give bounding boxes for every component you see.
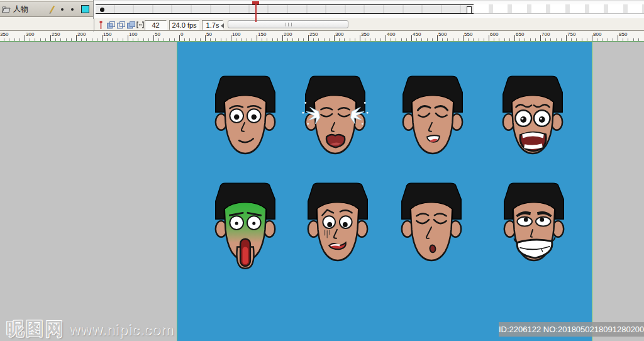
face-shocked[interactable] xyxy=(496,72,570,165)
layer-page-icon xyxy=(2,6,11,13)
layer-name[interactable]: 人物 xyxy=(13,4,28,14)
ruler-tick xyxy=(308,35,309,41)
face-relieved[interactable] xyxy=(396,72,470,165)
ruler-minor-tick xyxy=(576,38,577,41)
ruler-minor-tick xyxy=(365,38,365,41)
ruler-minor-tick xyxy=(468,38,469,41)
ruler-minor-tick xyxy=(107,38,108,41)
ruler-minor-tick xyxy=(138,38,138,41)
ruler-tick xyxy=(179,35,180,41)
ruler-label: 450 xyxy=(413,31,421,37)
ruler-minor-tick xyxy=(324,38,325,41)
ruler-minor-tick xyxy=(519,38,520,41)
ruler-tick xyxy=(618,35,618,41)
image-id-bar: ID:2206122 NO:20180502180912802000 xyxy=(499,322,644,337)
ruler-minor-tick xyxy=(453,38,453,41)
horizontal-ruler[interactable]: 3503002502001501005005010015020025030035… xyxy=(0,31,644,42)
ruler-label: 50 xyxy=(206,31,212,37)
ruler-minor-tick xyxy=(195,38,196,41)
ruler-minor-tick xyxy=(561,38,562,41)
ruler-minor-tick xyxy=(236,38,236,41)
ruler-minor-tick xyxy=(40,38,41,41)
ruler-minor-tick xyxy=(499,38,499,41)
ruler-minor-tick xyxy=(494,38,494,41)
ruler-minor-tick xyxy=(427,38,428,41)
ruler-minor-tick xyxy=(123,38,123,41)
ruler-minor-tick xyxy=(608,38,608,41)
ruler-tick xyxy=(282,35,283,41)
ruler-minor-tick xyxy=(298,38,299,41)
elapsed-time-field[interactable]: 1.7s xyxy=(202,20,223,30)
ruler-minor-tick xyxy=(164,38,164,41)
timeline-frames[interactable] xyxy=(94,0,644,18)
ruler-minor-tick xyxy=(344,38,345,41)
current-frame-field[interactable]: 42 xyxy=(145,20,167,30)
playhead-line[interactable] xyxy=(255,1,257,22)
ruler-minor-tick xyxy=(582,38,582,41)
keyframe-dot xyxy=(100,8,104,12)
ruler-label: 300 xyxy=(335,31,343,37)
edit-multiple-frames-icon[interactable] xyxy=(126,21,136,29)
layer-lock-dot[interactable] xyxy=(71,8,74,11)
ruler-minor-tick xyxy=(184,38,185,41)
ruler-minor-tick xyxy=(143,38,144,41)
ruler-minor-tick xyxy=(318,38,319,41)
ruler-minor-tick xyxy=(9,38,9,41)
ruler-minor-tick xyxy=(169,38,170,41)
ruler-minor-tick xyxy=(252,38,252,41)
ruler-label: 250 xyxy=(309,31,318,37)
ruler-minor-tick xyxy=(133,38,133,41)
ruler-minor-tick xyxy=(375,38,376,41)
ruler-label: 650 xyxy=(516,31,524,37)
layer-outline-swatch[interactable] xyxy=(81,5,89,13)
ruler-tick xyxy=(205,35,206,41)
ruler-tick xyxy=(76,35,77,41)
ruler-label: 0 xyxy=(180,31,183,37)
onion-skin-outlines-icon[interactable] xyxy=(116,21,126,29)
frame-span[interactable] xyxy=(96,4,474,14)
ruler-minor-tick xyxy=(442,38,443,41)
ruler-tick xyxy=(25,35,25,41)
center-frame-icon[interactable] xyxy=(97,21,104,30)
face-nervous[interactable] xyxy=(301,179,375,272)
ruler-label: 100 xyxy=(129,31,137,37)
layer-row-renwu[interactable]: 人物 xyxy=(0,1,93,17)
ruler-tick xyxy=(592,35,592,41)
stage-top-guide-line xyxy=(0,42,644,42)
ruler-minor-tick xyxy=(550,38,551,41)
watermark: 昵图网www.nipic.com xyxy=(6,317,174,341)
face-grin[interactable] xyxy=(497,179,571,272)
watermark-site-url: www.nipic.com xyxy=(69,321,174,338)
ruler-minor-tick xyxy=(92,38,92,41)
onion-skin-icon[interactable] xyxy=(106,21,116,29)
timeline-scrollbar-thumb[interactable] xyxy=(228,20,348,28)
ruler-tick xyxy=(411,35,412,41)
ruler-label: 800 xyxy=(593,31,601,37)
ruler-label: 400 xyxy=(387,31,395,37)
ruler-tick xyxy=(50,35,51,41)
face-sleeping[interactable] xyxy=(394,179,469,272)
scrollbar-grip-icon xyxy=(286,23,292,26)
stage-left-guide-line xyxy=(177,42,177,341)
ruler-minor-tick xyxy=(215,38,216,41)
ruler-minor-tick xyxy=(370,38,370,41)
ruler-tick xyxy=(386,35,386,41)
face-horrified[interactable] xyxy=(208,179,282,272)
ruler-label: 750 xyxy=(567,31,575,37)
ruler-minor-tick xyxy=(19,38,20,41)
ruler-minor-tick xyxy=(509,38,510,41)
timeline-panel: 人物 xyxy=(0,0,644,31)
layer-visibility-dot[interactable] xyxy=(61,8,64,11)
ruler-minor-tick xyxy=(545,38,546,41)
ruler-minor-tick xyxy=(355,38,355,41)
frame-rate-field[interactable]: 24.0 fps xyxy=(169,20,199,30)
ruler-label: 100 xyxy=(232,31,240,37)
empty-frames[interactable] xyxy=(474,4,644,14)
face-crying[interactable] xyxy=(298,72,372,165)
modify-onion-markers-icon[interactable] xyxy=(136,21,145,29)
ruler-minor-tick xyxy=(97,38,97,41)
face-wide-eyed[interactable] xyxy=(208,72,282,165)
ruler-minor-tick xyxy=(401,38,402,41)
scroll-left-arrow[interactable] xyxy=(221,23,224,28)
ruler-tick xyxy=(153,35,154,41)
